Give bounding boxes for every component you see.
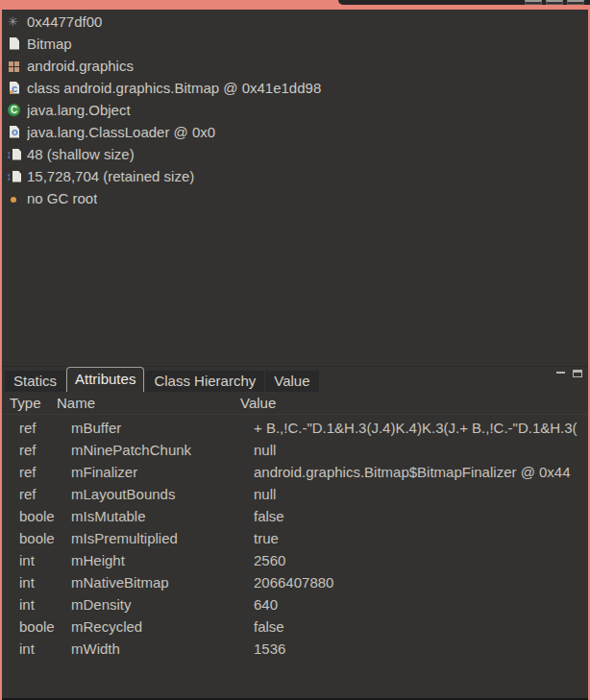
cell-type: ref bbox=[19, 420, 71, 436]
class-green-icon bbox=[7, 103, 22, 118]
class-icon bbox=[7, 81, 22, 96]
pane-controls bbox=[556, 370, 582, 377]
cell-name: mHeight bbox=[71, 552, 254, 568]
tab-statics[interactable]: Statics bbox=[5, 371, 65, 392]
cell-value: false bbox=[254, 508, 588, 524]
tab-bar: Statics Attributes Class Hierarchy Value bbox=[2, 367, 588, 392]
cell-name: mIsPremultiplied bbox=[71, 530, 254, 546]
cell-value: android.graphics.Bitmap$BitmapFinalizer … bbox=[254, 464, 588, 480]
object-icon bbox=[7, 14, 22, 30]
cell-value: 640 bbox=[254, 596, 588, 613]
package-name: android.graphics bbox=[27, 58, 134, 74]
cell-value: 2066407880 bbox=[254, 574, 588, 591]
class-simple-name: Bitmap bbox=[27, 36, 72, 52]
cell-value: null bbox=[254, 442, 588, 458]
minimized-view-tab-icon[interactable] bbox=[567, 0, 584, 5]
table-row[interactable]: int mWidth 1536 bbox=[2, 638, 588, 660]
tab-class-hierarchy[interactable]: Class Hierarchy bbox=[145, 371, 264, 392]
cell-type: int bbox=[19, 596, 71, 613]
cell-name: mNativeBitmap bbox=[71, 574, 254, 591]
cell-value: 2560 bbox=[254, 552, 588, 568]
minimized-view-tab-icon[interactable] bbox=[546, 0, 563, 5]
superclass-name: java.lang.Object bbox=[27, 102, 131, 118]
classloader-name: java.lang.ClassLoader @ 0x0 bbox=[27, 124, 215, 140]
gc-root-row[interactable]: no GC root bbox=[7, 187, 584, 209]
column-header-value[interactable]: Value bbox=[240, 395, 588, 411]
cell-type: boole bbox=[19, 530, 71, 546]
package-row[interactable]: android.graphics bbox=[7, 55, 584, 77]
table-row[interactable]: int mHeight 2560 bbox=[2, 549, 588, 571]
view-tab-strip-empty bbox=[338, 0, 590, 5]
table-row[interactable]: ref mFinalizer android.graphics.Bitmap$B… bbox=[2, 461, 588, 483]
class-row[interactable]: class android.graphics.Bitmap @ 0x41e1dd… bbox=[7, 77, 584, 99]
superclass-row[interactable]: java.lang.Object bbox=[7, 99, 584, 121]
cell-name: mFinalizer bbox=[71, 464, 254, 480]
cell-type: boole bbox=[19, 618, 71, 635]
cell-name: mNinePatchChunk bbox=[71, 442, 254, 458]
cell-name: mIsMutable bbox=[71, 508, 254, 524]
size-icon bbox=[7, 147, 22, 162]
maximize-icon[interactable] bbox=[573, 370, 582, 377]
retained-size: 15,728,704 (retained size) bbox=[27, 168, 194, 184]
document-icon bbox=[7, 36, 22, 52]
minimized-view-tab-icon[interactable] bbox=[525, 0, 542, 5]
cell-name: mBuffer bbox=[71, 420, 254, 436]
classloader-icon bbox=[7, 125, 22, 140]
cell-name: mLayoutBounds bbox=[71, 486, 254, 502]
size-icon bbox=[7, 169, 22, 184]
cell-value: null bbox=[254, 486, 588, 502]
package-icon bbox=[7, 59, 22, 74]
table-row[interactable]: ref mBuffer + B.,!C.-"D.1&H.3(J.4)K.4)K.… bbox=[2, 417, 588, 439]
gc-root-icon bbox=[7, 191, 22, 206]
table-row[interactable]: boole mRecycled false bbox=[2, 616, 588, 638]
table-row[interactable]: int mNativeBitmap 2066407880 bbox=[2, 571, 588, 593]
minimize-icon[interactable] bbox=[556, 372, 565, 374]
inspector-panel: 0x4477df00 Bitmap android.graphics class… bbox=[0, 10, 590, 700]
class-full-name: class android.graphics.Bitmap @ 0x41e1dd… bbox=[27, 80, 321, 96]
cell-value: false bbox=[254, 618, 588, 635]
cell-name: mWidth bbox=[71, 640, 254, 657]
cell-value: + B.,!C.-"D.1&H.3(J.4)K.4)K.3(J.+ B.,!C.… bbox=[254, 420, 588, 436]
table-row[interactable]: ref mNinePatchChunk null bbox=[2, 439, 588, 461]
table-header: Type Name Value bbox=[2, 392, 588, 415]
gc-root-status: no GC root bbox=[27, 190, 97, 206]
cell-name: mRecycled bbox=[71, 618, 254, 635]
cell-type: ref bbox=[19, 442, 71, 458]
table-row[interactable]: int mDensity 640 bbox=[2, 593, 588, 616]
classloader-row[interactable]: java.lang.ClassLoader @ 0x0 bbox=[7, 121, 584, 143]
attributes-pane: Statics Attributes Class Hierarchy Value… bbox=[2, 366, 588, 698]
cell-type: int bbox=[19, 574, 71, 591]
table-row[interactable]: boole mIsMutable false bbox=[2, 505, 588, 527]
cell-type: ref bbox=[19, 464, 71, 480]
tab-value[interactable]: Value bbox=[265, 371, 318, 392]
shallow-size-row[interactable]: 48 (shallow size) bbox=[7, 143, 584, 165]
column-header-name[interactable]: Name bbox=[57, 395, 240, 411]
cell-type: ref bbox=[19, 486, 71, 502]
minimized-views bbox=[525, 0, 584, 5]
retained-size-row[interactable]: 15,728,704 (retained size) bbox=[7, 165, 584, 187]
cell-name: mDensity bbox=[71, 596, 254, 613]
cell-value: 1536 bbox=[254, 640, 588, 657]
attributes-table-body: ref mBuffer + B.,!C.-"D.1&H.3(J.4)K.4)K.… bbox=[2, 415, 588, 660]
object-address: 0x4477df00 bbox=[27, 13, 102, 30]
shallow-size: 48 (shallow size) bbox=[27, 146, 135, 162]
cell-type: int bbox=[19, 552, 71, 568]
cell-value: true bbox=[254, 530, 588, 546]
cell-type: boole bbox=[19, 508, 71, 524]
inspector-view: 0x4477df00 Bitmap android.graphics class… bbox=[0, 0, 590, 700]
tab-attributes[interactable]: Attributes bbox=[66, 367, 144, 392]
table-row[interactable]: ref mLayoutBounds null bbox=[2, 483, 588, 505]
column-header-type[interactable]: Type bbox=[10, 395, 57, 411]
class-name-row[interactable]: Bitmap bbox=[7, 33, 584, 55]
object-address-row[interactable]: 0x4477df00 bbox=[7, 11, 584, 33]
table-row[interactable]: boole mIsPremultiplied true bbox=[2, 527, 588, 549]
cell-type: int bbox=[19, 640, 71, 657]
object-summary-list: 0x4477df00 Bitmap android.graphics class… bbox=[2, 10, 588, 209]
